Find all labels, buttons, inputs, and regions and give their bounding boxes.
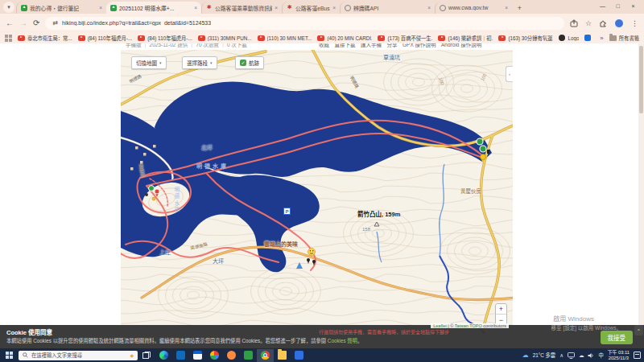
browser-tab-3[interactable]: 公路客運eBus× — [282, 2, 340, 14]
browser-tab-5[interactable]: www.cwa.gov.tw× — [435, 2, 512, 14]
bookmark-item-8[interactable]: (163) 30分鐘有氧運... — [498, 35, 553, 42]
end-marker-green-1[interactable] — [477, 138, 483, 145]
tab-search-icon[interactable]: ▾ — [3, 2, 14, 13]
track-toggle-button[interactable]: ✓ 航跡 — [235, 56, 264, 69]
maximize-button[interactable]: □ — [610, 3, 625, 9]
clock[interactable]: 下午 03:11 2025/11/3 — [608, 350, 630, 360]
chevron-down-icon: ▾ — [159, 60, 162, 65]
url-text[interactable]: hiking.biji.co/index.php?q=trail&act=gpx… — [62, 20, 211, 26]
select-segment-button[interactable]: 選擇路段 ▾ — [182, 56, 217, 69]
profile-avatar[interactable] — [614, 19, 624, 28]
chrome-taskbar-icon[interactable] — [257, 349, 274, 362]
accept-cookies-button[interactable]: 我接受 — [601, 331, 634, 344]
scroll-to-top-button[interactable]: ^ — [634, 325, 643, 335]
explorer-taskbar-icon[interactable] — [274, 349, 291, 362]
flower-favicon-icon — [206, 5, 213, 11]
cookie-policy-link[interactable]: Cookies 聲明 — [328, 338, 357, 343]
taskbar-search[interactable]: 在這裡輸入文字來搜尋 ◆ — [19, 351, 138, 360]
store-icon — [193, 351, 202, 360]
trail-map[interactable]: 北坪草湳坑上庄大坪明德水庫明德水庫黃屋伙房箭竹凸山, 159m158雲端上的美味… — [121, 50, 513, 334]
tab-close-icon[interactable]: × — [275, 5, 278, 10]
tray-chevron-icon[interactable]: ∧ — [559, 352, 564, 359]
address-bar[interactable]: ⇄ hiking.biji.co/index.php?q=trail&act=g… — [45, 17, 564, 30]
select-segment-label: 選擇路段 — [187, 59, 208, 67]
switch-map-button[interactable]: 切換地圖 ▾ — [131, 56, 167, 69]
share-icon[interactable] — [570, 19, 578, 27]
ime-indicator[interactable]: 中 — [598, 352, 603, 359]
activate-windows-watermark: 啟用 Windows — [553, 314, 594, 323]
yt-favicon-icon — [78, 35, 85, 41]
cookie-banner: Cookie 使用同意 行進間請勿使用手機，需查看手機時，請於安全地點停下腳步 … — [0, 325, 644, 348]
end-marker-green-2[interactable] — [480, 146, 486, 152]
bookmark-item-7[interactable]: (146) 樂齡重訓｜初... — [438, 35, 493, 42]
bookmark-item-3[interactable]: (311) 30MIN PUN... — [198, 35, 252, 41]
cookie-body: 本網站使用 Cookies 以提升您的使用體驗及統計網路流量相關資料。繼續使用本… — [6, 337, 588, 344]
track-toggle-label: 航跡 — [249, 59, 259, 67]
minimize-button[interactable]: — — [595, 3, 610, 9]
bookmark-item-0[interactable]: 臺北市衛生局：常... — [18, 35, 72, 42]
speaker-icon[interactable] — [588, 352, 594, 359]
small-marker-yellow[interactable] — [152, 197, 155, 200]
bookmark-item-5[interactable]: (40) 20 MIN CARDI... — [317, 35, 372, 41]
bookmark-item-9[interactable]: Logo — [559, 35, 579, 41]
small-marker[interactable] — [145, 193, 148, 196]
close-button[interactable]: × — [625, 3, 641, 9]
bookmark-item-10[interactable]: 【其他】TRITTON... — [584, 35, 594, 42]
browser-tab-2[interactable]: 公路客運乘車動態資訊網-全...× — [201, 2, 282, 14]
topo-link[interactable]: Taiwan TOPO — [455, 323, 482, 328]
bookmark-label: (146) 樂齡重訓｜初... — [448, 35, 493, 42]
tab-close-icon[interactable]: × — [427, 5, 431, 10]
outlook-taskbar-icon[interactable] — [172, 349, 189, 362]
browser-tab-4[interactable]: 辨識碼API× — [340, 2, 435, 14]
bookmark-item-6[interactable]: (173) 百病不侵一生... — [378, 35, 432, 42]
leaflet-link[interactable]: Leaflet — [433, 323, 447, 328]
browser-tab-1[interactable]: 20251102 明德水庫+...× — [106, 2, 201, 14]
bookmark-item-2[interactable]: (84) 110年福虎月-... — [138, 35, 192, 42]
site-settings-icon[interactable]: ⇄ — [52, 19, 58, 27]
tab-close-icon[interactable]: × — [99, 5, 102, 10]
tab-close-icon[interactable]: × — [194, 5, 197, 10]
windows-taskbar: 在這裡輸入文字來搜尋 ◆ ☁ 21°C 多雲 ∧ ☁ 中 下午 03:11 20… — [0, 348, 644, 362]
extensions-icon[interactable] — [599, 19, 607, 27]
bookmarks-overflow-icon[interactable]: » — [600, 35, 603, 42]
new-tab-button[interactable]: + — [514, 2, 525, 13]
back-button[interactable]: ← — [6, 19, 14, 27]
edge-taskbar-icon[interactable] — [155, 349, 172, 362]
store-taskbar-icon[interactable] — [189, 349, 206, 362]
forward-button[interactable]: → — [19, 19, 27, 27]
browser-tab-0[interactable]: 我的心得・健行筆記× — [16, 2, 106, 14]
yt-favicon-icon — [378, 35, 385, 41]
apps-grid-icon[interactable] — [5, 35, 12, 42]
photos-green-taskbar-icon[interactable] — [240, 349, 257, 362]
parking-marker[interactable]: P — [283, 208, 291, 215]
all-bookmarks-button[interactable]: 所有書籤 — [609, 35, 639, 42]
small-marker-dark[interactable] — [487, 150, 489, 154]
tab-close-icon[interactable]: × — [505, 5, 508, 10]
display-icon[interactable] — [568, 352, 575, 359]
mail-taskbar-icon[interactable] — [223, 349, 240, 362]
scrollbar-thumb[interactable] — [639, 46, 643, 113]
weather-text[interactable]: 21°C 多雲 — [533, 352, 555, 359]
restaurant-smiley-marker[interactable] — [308, 249, 316, 256]
notification-center-icon[interactable] — [634, 352, 641, 359]
menu-kebab-icon[interactable]: ⋮ — [631, 19, 638, 27]
bookmark-label: (84) 110年福虎月-... — [88, 35, 133, 42]
bookmark-item-4[interactable]: (110) 30 MIN MET... — [258, 35, 312, 41]
bookmark-label: (40) 20 MIN CARDI... — [327, 35, 372, 41]
gpx-actions-line[interactable]: 收藏 直接下載 匯入手機 分享 GPX 操作說明 Android 操作說明 — [319, 43, 481, 48]
photos-blue-taskbar-icon[interactable] — [291, 349, 308, 362]
tab-close-icon[interactable]: × — [332, 5, 336, 10]
start-marker-green[interactable] — [149, 186, 155, 191]
reload-button[interactable]: ⟳ — [33, 19, 39, 27]
bookmark-star-icon[interactable]: ☆ — [585, 19, 592, 27]
cookie-title: Cookie 使用同意 — [6, 327, 52, 336]
panel-collapse-button[interactable]: ‹ — [506, 66, 513, 82]
onedrive-cloud-icon[interactable]: ☁ — [579, 352, 584, 359]
task-view-icon[interactable] — [142, 352, 151, 360]
hiking-favicon-icon — [21, 5, 27, 11]
bookmark-item-1[interactable]: (84) 110年福虎月-... — [78, 35, 133, 42]
maps-taskbar-icon[interactable] — [206, 349, 223, 362]
start-button[interactable] — [6, 352, 13, 359]
page-scrollbar[interactable] — [638, 43, 644, 348]
zoom-in-button[interactable]: + — [496, 304, 506, 315]
